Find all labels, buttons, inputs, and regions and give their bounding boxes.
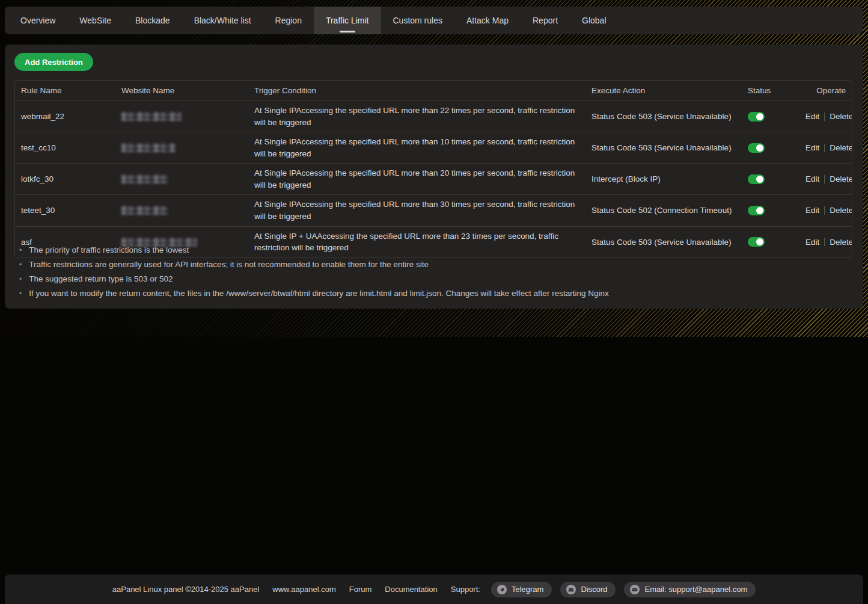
note-item: The priority of traffic restrictions is … [19, 245, 609, 255]
trigger-condition: At Single IPAccessing the specified URL … [254, 164, 591, 194]
delete-link[interactable]: Delete [830, 206, 852, 215]
table-row: lotkfc_30 At Single IPAccessing the spec… [15, 163, 852, 194]
tab-overview[interactable]: Overview [8, 7, 67, 34]
table-row: teteet_30 At Single IPAccessing the spec… [15, 194, 852, 226]
copyright-text: aaPanel Linux panel ©2014-2025 aaPanel [112, 585, 260, 594]
operate-divider [824, 206, 825, 215]
status-toggle[interactable] [748, 143, 765, 153]
tab-report[interactable]: Report [521, 7, 570, 34]
execute-action: Status Code 503 (Service Unavailable) [591, 238, 748, 247]
operate-divider [824, 238, 825, 246]
execute-action: Intercept (Block IP) [591, 174, 748, 183]
edit-link[interactable]: Edit [805, 112, 819, 121]
table-row: test_cc10 At Single IPAccessing the spec… [15, 132, 852, 163]
table-row: webmail_22 At Single IPAccessing the spe… [15, 100, 852, 132]
discord-icon [566, 585, 576, 594]
tab-black-white-list[interactable]: Black/White list [182, 7, 263, 34]
delete-link[interactable]: Delete [830, 143, 852, 152]
discord-button[interactable]: Discord [560, 582, 616, 597]
tab-region[interactable]: Region [263, 7, 314, 34]
delete-link[interactable]: Delete [830, 112, 852, 121]
edit-link[interactable]: Edit [805, 206, 819, 215]
website-name-redacted [121, 143, 176, 152]
waf-tab-bar: Overview WebSite Blockade Black/White li… [5, 7, 863, 34]
footer: aaPanel Linux panel ©2014-2025 aaPanel w… [5, 575, 863, 604]
delete-link[interactable]: Delete [830, 238, 852, 247]
trigger-condition: At Single IPAccessing the specified URL … [254, 101, 591, 132]
execute-action: Status Code 503 (Service Unavailable) [591, 143, 748, 152]
status-toggle[interactable] [748, 112, 765, 122]
email-icon [630, 585, 640, 594]
note-item: If you want to modify the return content… [19, 289, 609, 298]
edit-link[interactable]: Edit [805, 238, 819, 247]
website-name-redacted [121, 112, 182, 121]
header-website-name: Website Name [121, 86, 254, 95]
rule-name: lotkfc_30 [21, 174, 121, 183]
rule-name: webmail_22 [21, 112, 121, 121]
note-item: The suggested return type is 503 or 502 [19, 274, 609, 284]
header-execute-action: Execute Action [591, 86, 748, 95]
support-label: Support: [451, 585, 480, 594]
telegram-button[interactable]: Telegram [491, 582, 552, 597]
status-toggle[interactable] [748, 237, 765, 247]
tab-global[interactable]: Global [570, 7, 618, 34]
rule-name: test_cc10 [21, 143, 121, 152]
header-status: Status [748, 86, 805, 95]
forum-link[interactable]: Forum [349, 585, 372, 594]
trigger-condition: At Single IPAccessing the specified URL … [254, 132, 591, 163]
table-header-row: Rule Name Website Name Trigger Condition… [15, 81, 852, 100]
trigger-condition: At Single IPAccessing the specified URL … [254, 195, 591, 226]
operate-divider [824, 112, 825, 121]
header-rule-name: Rule Name [21, 86, 121, 95]
add-restriction-button[interactable]: Add Restriction [14, 53, 93, 71]
website-name-redacted [121, 206, 168, 215]
status-toggle[interactable] [748, 174, 765, 184]
telegram-label: Telegram [512, 585, 543, 594]
operate-divider [824, 175, 825, 183]
notes-list: The priority of traffic restrictions is … [19, 245, 609, 303]
rule-name: teteet_30 [21, 206, 121, 215]
execute-action: Status Code 502 (Connection Timeout) [591, 206, 748, 215]
status-toggle[interactable] [748, 206, 765, 215]
aapanel-site-link[interactable]: www.aapanel.com [272, 585, 336, 594]
website-name-redacted [121, 174, 168, 183]
operate-divider [824, 144, 825, 152]
telegram-icon [497, 585, 507, 594]
delete-link[interactable]: Delete [830, 174, 852, 183]
tab-traffic-limit[interactable]: Traffic Limit [314, 7, 381, 34]
email-button[interactable]: Email: support@aapanel.com [624, 582, 756, 597]
note-item: Traffic restrictions are generally used … [19, 260, 609, 270]
discord-label: Discord [581, 585, 607, 594]
tab-attack-map[interactable]: Attack Map [454, 7, 521, 34]
header-trigger-condition: Trigger Condition [254, 86, 591, 95]
restrictions-table: Rule Name Website Name Trigger Condition… [14, 80, 852, 258]
tab-blockade[interactable]: Blockade [123, 7, 182, 34]
tab-website[interactable]: WebSite [67, 7, 123, 34]
documentation-link[interactable]: Documentation [385, 585, 437, 594]
tab-custom-rules[interactable]: Custom rules [381, 7, 454, 34]
email-label: Email: support@aapanel.com [644, 585, 747, 594]
execute-action: Status Code 503 (Service Unavailable) [591, 112, 748, 121]
traffic-limit-panel: Add Restriction Rule Name Website Name T… [5, 45, 863, 309]
header-operate: Operate [816, 86, 846, 95]
edit-link[interactable]: Edit [805, 143, 819, 152]
edit-link[interactable]: Edit [805, 174, 819, 183]
